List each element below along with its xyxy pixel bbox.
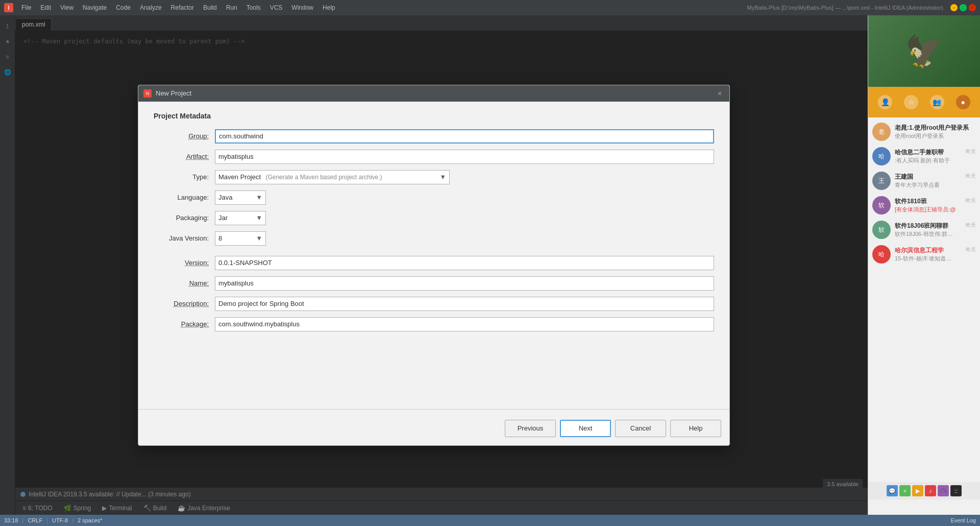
chat-name-1: 老晁:1.使用root用户登录系 (895, 124, 976, 132)
dialog-buttons: Previous Next Cancel Help (138, 416, 729, 445)
status-line-sep: CRLF (28, 517, 42, 523)
menu-vcs[interactable]: VCS (266, 3, 287, 12)
qq-app-2[interactable]: + (899, 485, 911, 496)
chat-item-3[interactable]: 王 王建国 昨天 青年大学习早点看 (868, 169, 980, 193)
menu-edit[interactable]: Edit (36, 3, 55, 12)
chat-name-5: 软件18J06班闲聊群 (895, 222, 948, 230)
menu-view[interactable]: View (56, 3, 78, 12)
window-controls: – □ × (950, 4, 976, 11)
chat-item-2[interactable]: 哈 哈信息二手兼职帮 昨天 :有人买吗 新的 有助于 (868, 144, 980, 169)
chat-item-4[interactable]: 软 软件1810班 昨天 [有全体消息]王辅导员:@ (868, 193, 980, 218)
status-encoding: UTF-8 (52, 517, 68, 523)
help-button[interactable]: Help (670, 420, 721, 437)
menu-tools[interactable]: Tools (242, 3, 265, 12)
chat-msg-4: [有全体消息]王辅导员:@ (895, 206, 956, 213)
description-input[interactable] (215, 297, 714, 311)
qq-app-1[interactable]: 💬 (887, 485, 898, 496)
status-indent: 2 spaces* (78, 517, 102, 523)
chat-name-2: 哈信息二手兼职帮 (895, 148, 944, 157)
qq-icon-person[interactable]: 👤 (878, 95, 892, 109)
packaging-dropdown-icon: ▼ (256, 214, 262, 222)
avatar-2: 哈 (872, 147, 891, 165)
menu-bar: I File Edit View Navigate Code Analyze R… (0, 0, 980, 15)
new-project-dialog: N New Project × Project Metadata Group: … (138, 85, 730, 446)
menu-help[interactable]: Help (318, 3, 339, 12)
type-select-value: Maven Project (218, 173, 261, 181)
version-label: Version: (154, 259, 215, 267)
avatar-5: 软 (872, 221, 891, 239)
menu-refactor[interactable]: Refactor (167, 3, 198, 12)
chat-info-5: 软件18J06班闲聊群 昨天 软件18J06-韩世伟:群管理 (895, 222, 976, 238)
right-panel-qq: 👤 ☆ 👥 ● 老 老晁:1.使用root用户登录系 使用root用户登录系 哈… (868, 15, 980, 515)
qq-image-area (868, 15, 980, 87)
form-row-name: Name: (154, 276, 714, 291)
avatar-3: 王 (872, 172, 891, 190)
form-row-java-version: Java Version: 8 ▼ (154, 231, 714, 246)
form-row-packaging: Packaging: Jar ▼ (154, 211, 714, 225)
chat-info-3: 王建国 昨天 青年大学习早点看 (895, 173, 976, 189)
menu-run[interactable]: Run (222, 3, 241, 12)
dialog-body: Project Metadata Group: Artifact: Type: … (138, 102, 729, 409)
packaging-select[interactable]: Jar ▼ (215, 211, 266, 225)
avatar-1: 老 (872, 123, 891, 141)
chat-item-1[interactable]: 老 老晁:1.使用root用户登录系 使用root用户登录系 (868, 119, 980, 144)
previous-button[interactable]: Previous (505, 420, 556, 437)
java-version-dropdown-icon: ▼ (256, 234, 262, 242)
menu-navigate[interactable]: Navigate (79, 3, 111, 12)
event-log-label[interactable]: Event Log (950, 517, 976, 523)
java-version-select[interactable]: 8 ▼ (215, 231, 266, 246)
minimize-button[interactable]: – (950, 4, 958, 11)
chat-item-5[interactable]: 软 软件18J06班闲聊群 昨天 软件18J06-韩世伟:群管理 (868, 218, 980, 242)
qq-icon-star[interactable]: ☆ (904, 95, 918, 109)
chat-item-6[interactable]: 哈 哈尔滨信息工程学 昨天 15-软件-杨洋:谁知道江北 (868, 242, 980, 267)
form-row-language: Language: Java ▼ (154, 190, 714, 205)
chat-time-2: 昨天 (966, 148, 976, 157)
status-position: 33:18 (4, 517, 18, 523)
qq-icon-active[interactable]: ● (956, 95, 970, 109)
java-version-label: Java Version: (154, 234, 215, 242)
chat-name-6: 哈尔滨信息工程学 (895, 246, 944, 255)
group-input[interactable] (215, 129, 714, 144)
dialog-title: New Project (156, 89, 711, 97)
section-title: Project Metadata (154, 112, 714, 120)
artifact-label: Artifact: (154, 153, 215, 160)
form-row-group: Group: (154, 129, 714, 144)
qq-app-5[interactable]: 🎮 (938, 485, 949, 496)
packaging-label: Packaging: (154, 214, 215, 222)
artifact-input[interactable] (215, 150, 714, 164)
chat-msg-1: 使用root用户登录系 (895, 132, 956, 140)
chat-info-6: 哈尔滨信息工程学 昨天 15-软件-杨洋:谁知道江北 (895, 246, 976, 262)
menu-analyze[interactable]: Analyze (136, 3, 166, 12)
chat-time-4: 昨天 (966, 197, 976, 206)
language-select[interactable]: Java ▼ (215, 190, 266, 205)
type-label: Type: (154, 173, 215, 181)
qq-toolbar: 👤 ☆ 👥 ● (868, 87, 980, 117)
chat-info-2: 哈信息二手兼职帮 昨天 :有人买吗 新的 有助于 (895, 148, 976, 164)
qq-app-6[interactable]: :: (950, 485, 962, 496)
qq-app-4[interactable]: ♪ (925, 485, 936, 496)
type-select[interactable]: Maven Project (Generate a Maven based pr… (215, 170, 450, 184)
java-version-select-value: 8 (218, 234, 222, 242)
close-button[interactable]: × (969, 4, 976, 11)
package-input[interactable] (215, 317, 714, 331)
version-input[interactable] (215, 256, 714, 270)
language-select-value: Java (218, 194, 232, 201)
qq-app-3[interactable]: ▶ (912, 485, 923, 496)
avatar-6: 哈 (872, 245, 891, 264)
dialog-overlay: N New Project × Project Metadata Group: … (0, 15, 868, 515)
next-button[interactable]: Next (560, 420, 611, 437)
menu-window[interactable]: Window (287, 3, 317, 12)
dialog-icon: N (143, 89, 152, 98)
maximize-button[interactable]: □ (960, 4, 967, 11)
qq-icon-group[interactable]: 👥 (930, 95, 944, 109)
name-input[interactable] (215, 276, 714, 291)
menu-build[interactable]: Build (199, 3, 221, 12)
menu-code[interactable]: Code (112, 3, 135, 12)
language-dropdown-icon: ▼ (256, 194, 262, 201)
dialog-close-button[interactable]: × (715, 89, 724, 98)
chat-name-4: 软件1810班 (895, 197, 927, 206)
menu-file[interactable]: File (17, 3, 35, 12)
cancel-button[interactable]: Cancel (615, 420, 666, 437)
chat-time-6: 昨天 (966, 246, 976, 255)
name-label: Name: (154, 279, 215, 287)
